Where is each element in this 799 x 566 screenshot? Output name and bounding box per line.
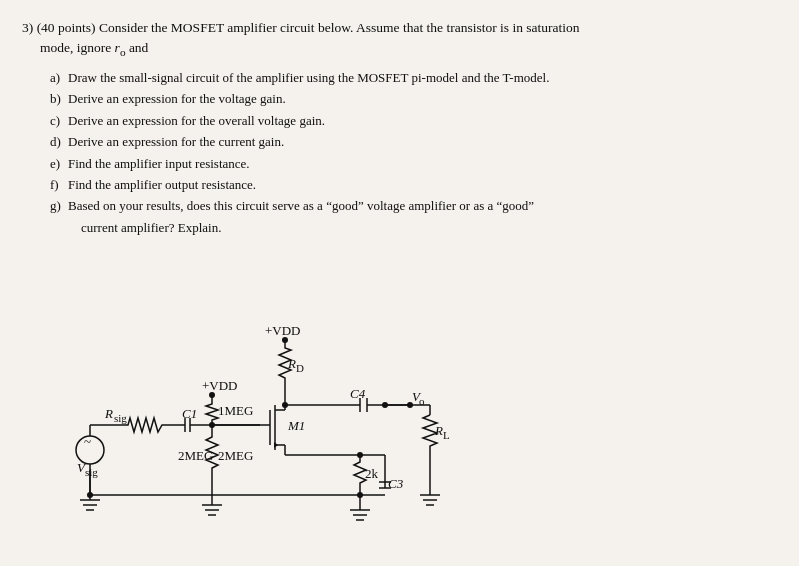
part-g: g) Based on your results, does this circ…	[50, 195, 777, 238]
part-e-label: e)	[50, 153, 68, 174]
svg-marker-32	[274, 442, 278, 448]
part-d: d) Derive an expression for the current …	[50, 131, 777, 152]
question-header: 3) (40 points) Consider the MOSFET ampli…	[22, 18, 777, 61]
circuit-diagram: ~ V sig R sig C1 +VDD	[30, 240, 750, 540]
r1meg-label: 1MEG	[218, 403, 253, 418]
rsig-label: R	[104, 406, 113, 421]
rl-label: R	[434, 423, 443, 438]
svg-point-67	[87, 492, 93, 498]
svg-text:sig: sig	[114, 412, 127, 424]
svg-point-56	[357, 452, 363, 458]
part-e: e) Find the amplifier input resistance.	[50, 153, 777, 174]
part-g-text: Based on your results, does this circuit…	[68, 195, 777, 238]
part-b: b) Derive an expression for the voltage …	[50, 88, 777, 109]
svg-text:L: L	[443, 429, 450, 441]
c3-label: C3	[388, 476, 404, 491]
m1-label: M1	[287, 418, 305, 433]
part-a-text: Draw the small-signal circuit of the amp…	[68, 67, 777, 88]
svg-point-35	[282, 337, 288, 343]
part-c-label: c)	[50, 110, 68, 131]
svg-text:~: ~	[84, 434, 91, 449]
question-intro: Consider the MOSFET amplifier circuit be…	[99, 20, 580, 35]
page: 3) (40 points) Consider the MOSFET ampli…	[0, 0, 799, 566]
question-intro2: mode, ignore ro and	[40, 40, 148, 55]
circuit-svg: ~ V sig R sig C1 +VDD	[30, 240, 750, 540]
part-a: a) Draw the small-signal circuit of the …	[50, 67, 777, 88]
r2meg2-label: 2MEG	[178, 448, 213, 463]
part-f: f) Find the amplifier output resistance.	[50, 174, 777, 195]
part-f-label: f)	[50, 174, 68, 195]
rd-label: R	[287, 356, 296, 371]
question-number: 3)	[22, 20, 33, 35]
part-g-label: g)	[50, 195, 68, 216]
part-b-label: b)	[50, 88, 68, 109]
part-c-text: Derive an expression for the overall vol…	[68, 110, 777, 131]
svg-point-37	[282, 402, 288, 408]
svg-point-60	[357, 492, 363, 498]
part-d-label: d)	[50, 131, 68, 152]
svg-text:sig: sig	[85, 466, 98, 478]
part-b-text: Derive an expression for the voltage gai…	[68, 88, 777, 109]
r2k-label: 2k	[365, 466, 379, 481]
part-f-text: Find the amplifier output resistance.	[68, 174, 777, 195]
part-a-label: a)	[50, 67, 68, 88]
vdd-top-label: +VDD	[265, 323, 301, 338]
part-e-text: Find the amplifier input resistance.	[68, 153, 777, 174]
question-points: (40 points)	[37, 20, 96, 35]
part-c: c) Derive an expression for the overall …	[50, 110, 777, 131]
c4-label: C4	[350, 386, 366, 401]
parts-list: a) Draw the small-signal circuit of the …	[50, 67, 777, 239]
r2meg-label: 2MEG	[218, 448, 253, 463]
vdd-mid-label: +VDD	[202, 378, 238, 393]
svg-text:D: D	[296, 362, 304, 374]
part-d-text: Derive an expression for the current gai…	[68, 131, 777, 152]
